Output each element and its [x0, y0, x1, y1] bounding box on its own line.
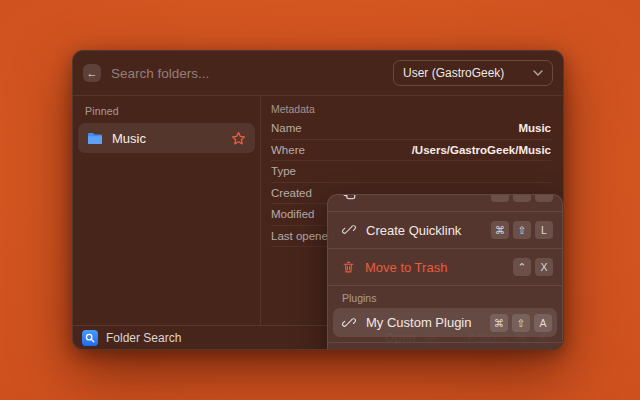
action-item-label: My Custom Plugin: [366, 315, 480, 330]
key-l: L: [535, 221, 553, 239]
list-item-music[interactable]: Music: [78, 123, 255, 153]
copy-icon: [342, 195, 356, 200]
back-button[interactable]: ←: [83, 64, 101, 82]
action-item-label: Move to Trash: [365, 260, 503, 275]
action-item-label: Create Quicklink: [366, 223, 481, 238]
metadata-label: Where: [271, 144, 305, 156]
folder-blue-icon: [87, 132, 103, 145]
search-input[interactable]: Search folders...: [111, 66, 393, 81]
profile-dropdown-value: User (GastroGeek): [403, 66, 533, 80]
plugins-section-label: Plugins: [342, 292, 548, 304]
metadata-value: Music: [518, 122, 551, 134]
metadata-value: /Users/GastroGeek/Music: [412, 144, 551, 156]
trash-icon: [342, 260, 355, 274]
launcher-window: ← Search folders... User (GastroGeek) Pi…: [72, 50, 564, 350]
divider: [328, 285, 562, 286]
shortcut-keys: ⌘ ⇧ A: [490, 314, 552, 332]
metadata-label: Name: [271, 122, 302, 134]
metadata-row-where: Where /Users/GastroGeek/Music: [271, 140, 551, 162]
pinned-section-label: Pinned: [85, 105, 255, 117]
key-ctrl: ⌃: [513, 258, 531, 276]
metadata-label: Modified: [271, 208, 314, 220]
clipped-action-row[interactable]: [328, 195, 562, 211]
pin-star-icon[interactable]: [231, 131, 246, 146]
list-item-label: Music: [112, 131, 231, 146]
link-icon: [342, 316, 356, 330]
window-body: Pinned Music Metadata Name Music Where: [73, 96, 563, 325]
action-item-my-custom-plugin[interactable]: My Custom Plugin ⌘ ⇧ A: [333, 308, 557, 337]
key-x: X: [535, 258, 553, 276]
key-a: A: [534, 314, 552, 332]
link-icon: [342, 223, 356, 237]
metadata-label: Last opened: [271, 230, 334, 242]
metadata-label: Created: [271, 187, 312, 199]
actions-popup: Create Quicklink ⌘ ⇧ L Move to Trash ⌃ X: [327, 194, 563, 350]
action-item-create-quicklink[interactable]: Create Quicklink ⌘ ⇧ L: [328, 212, 562, 248]
sidebar: Pinned Music: [73, 96, 261, 325]
clipped-action-row-inner: [328, 195, 562, 211]
actions-search-input[interactable]: Search for actions...: [328, 343, 562, 350]
key-shift: ⇧: [512, 314, 530, 332]
shortcut-keys: ⌃ X: [513, 258, 553, 276]
clipped-shortcut-keys: [491, 195, 553, 202]
profile-dropdown[interactable]: User (GastroGeek): [393, 60, 553, 86]
shortcut-keys: ⌘ ⇧ L: [491, 221, 553, 239]
metadata-title: Metadata: [271, 103, 551, 115]
key-cmd: ⌘: [490, 314, 508, 332]
action-item-move-to-trash[interactable]: Move to Trash ⌃ X: [328, 249, 562, 285]
metadata-row-type: Type: [271, 161, 551, 183]
chevron-down-icon: [533, 70, 543, 76]
key-cmd: ⌘: [491, 221, 509, 239]
back-arrow-icon: ←: [87, 67, 98, 79]
metadata-row-name: Name Music: [271, 118, 551, 140]
metadata-label: Type: [271, 165, 296, 177]
header: ← Search folders... User (GastroGeek): [73, 51, 563, 96]
key-shift: ⇧: [513, 221, 531, 239]
folder-search-app-icon: [82, 330, 98, 346]
search-icon: [85, 333, 95, 343]
